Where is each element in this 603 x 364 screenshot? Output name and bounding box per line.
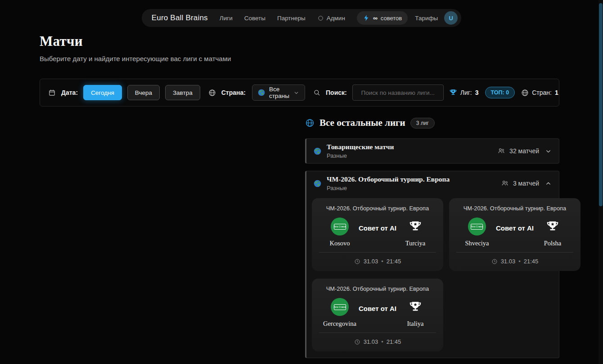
logo-text: Лига Ставок <box>333 306 346 308</box>
dot-separator: • <box>518 258 521 265</box>
league-accordion-toggle[interactable]: Товарищеские матчи Разные 32 матчей <box>306 139 559 163</box>
trophy-icon <box>409 218 422 235</box>
clock-icon <box>354 258 360 265</box>
trophy-icon <box>449 89 457 97</box>
nav-item-tips[interactable]: Советы <box>244 15 266 22</box>
earth-icon <box>314 147 321 155</box>
trophy-icon <box>409 298 422 316</box>
leagues-stat: Лиг: 3 <box>449 89 479 97</box>
date-filter-label: Дата: <box>61 89 78 96</box>
country-filter-label: Страна: <box>221 89 246 96</box>
earth-icon <box>314 180 321 187</box>
liga-stavok-badge-icon: Лига Ставок <box>331 218 349 235</box>
nav-item-leagues[interactable]: Лиги <box>220 15 233 22</box>
away-team-name: Polsha <box>544 240 562 247</box>
infinity-symbol: ∞ <box>373 14 378 22</box>
away-team: Italiya <box>396 298 434 328</box>
filter-stats: Лиг: 3 ТОП: 0 Стран: 1 <box>449 87 558 98</box>
away-team: Polsha <box>534 218 572 247</box>
match-count: 32 матчей <box>509 147 539 155</box>
home-team: Лига Ставок Shveciya <box>458 218 496 247</box>
scrollbar-thumb[interactable] <box>599 3 603 206</box>
league-subtitle: Разные <box>327 185 495 191</box>
home-team-name: Kosovo <box>329 240 350 247</box>
away-team-name: Italiya <box>407 320 423 328</box>
match-cards-grid: ЧМ-2026. Отборочный турнир. Европа Лига … <box>306 195 559 358</box>
liga-stavok-badge-icon: Лига Ставок <box>331 298 349 316</box>
dot-separator: • <box>381 338 383 345</box>
people-icon <box>501 179 509 187</box>
match-date: 31.03 <box>364 338 378 345</box>
chevron-down-icon[interactable] <box>545 148 552 155</box>
search-input[interactable] <box>352 84 444 101</box>
search-filter-label: Поиск: <box>326 89 347 96</box>
ai-advice-button[interactable]: Совет от AI <box>496 224 534 232</box>
country-select[interactable]: Все страны <box>252 84 305 101</box>
search-icon <box>313 89 320 96</box>
leagues-stat-value: 3 <box>475 89 479 96</box>
date-button-tomorrow[interactable]: Завтра <box>165 85 200 100</box>
chevron-down-icon <box>293 90 299 96</box>
match-time: 21:45 <box>387 258 401 265</box>
chevron-up-icon[interactable] <box>545 180 552 187</box>
home-team: Лига Ставок Kosovo <box>321 218 359 247</box>
card-tournament-title: ЧМ-2026. Отборочный турнир. Европа <box>456 205 573 212</box>
match-card-shveciya-polsha[interactable]: ЧМ-2026. Отборочный турнир. Европа Лига … <box>449 198 580 271</box>
globe-icon <box>208 89 216 97</box>
ai-advice-button[interactable]: Совет от AI <box>359 305 396 312</box>
calendar-icon <box>48 89 56 97</box>
league-accordion-toggle[interactable]: ЧМ-2026. Отборочный турнир. Европа Разны… <box>306 171 559 195</box>
scrollbar-track[interactable] <box>598 0 603 364</box>
date-button-today[interactable]: Сегодня <box>83 85 122 100</box>
other-leagues-section: Все остальные лиги 3 лиг Товарищеские ма… <box>305 117 559 364</box>
tips-pill-label: советов <box>381 15 402 22</box>
leagues-stat-label: Лиг: <box>460 89 472 96</box>
clock-icon <box>491 258 498 265</box>
match-card-kosovo-turciya[interactable]: ЧМ-2026. Отборочный турнир. Европа Лига … <box>312 198 443 271</box>
match-datetime: 31.03 • 21:45 <box>319 253 436 271</box>
user-avatar[interactable]: U <box>444 11 458 25</box>
countries-stat-value: 1 <box>555 89 558 96</box>
league-item-wc2026-europe: ЧМ-2026. Отборочный турнир. Европа Разны… <box>305 171 559 358</box>
page-subtitle: Выберите дату и найдите интересующие вас… <box>40 55 559 62</box>
match-datetime: 31.03 • 21:45 <box>456 253 573 271</box>
match-time: 21:45 <box>387 338 401 345</box>
ai-advice-button[interactable]: Совет от AI <box>359 224 396 232</box>
match-count: 3 матчей <box>513 180 539 187</box>
tips-counter-pill[interactable]: ∞ советов <box>357 11 408 25</box>
globe-icon <box>521 89 529 97</box>
card-tournament-title: ЧМ-2026. Отборочный турнир. Европа <box>319 285 436 292</box>
trophy-icon <box>546 218 559 235</box>
nav-item-admin-label: Админ <box>327 15 345 22</box>
top-nav: Euro Ball Brains Лиги Советы Партнеры Ад… <box>142 9 462 27</box>
lightning-icon <box>363 14 370 22</box>
section-header: Все остальные лиги 3 лиг <box>305 117 559 129</box>
home-team-name: Shveciya <box>465 240 489 247</box>
section-count-badge: 3 лиг <box>410 118 435 129</box>
countries-stat-label: Стран: <box>532 89 552 96</box>
match-card-gercegovina-italiya[interactable]: ЧМ-2026. Отборочный турнир. Европа Лига … <box>312 279 443 351</box>
countries-stat: Стран: 1 <box>521 89 558 97</box>
match-date: 31.03 <box>501 258 516 265</box>
league-item-friendly: Товарищеские матчи Разные 32 матчей <box>305 138 559 164</box>
top-filter-badge[interactable]: ТОП: 0 <box>485 87 515 98</box>
away-team-name: Turciya <box>405 240 426 247</box>
people-icon <box>497 147 505 155</box>
liga-stavok-badge-icon: Лига Ставок <box>468 218 486 235</box>
date-button-yesterday[interactable]: Вчера <box>127 85 160 100</box>
league-title: Товарищеские матчи <box>327 143 492 151</box>
brand-logo[interactable]: Euro Ball Brains <box>152 13 208 22</box>
nav-item-partners[interactable]: Партнеры <box>277 15 306 22</box>
page-title: Матчи <box>40 33 559 49</box>
earth-flag-icon <box>258 89 265 96</box>
home-team: Лига Ставок Gercegovina <box>321 298 359 328</box>
nav-item-tariffs[interactable]: Тарифы <box>415 15 438 22</box>
globe-icon <box>305 118 315 128</box>
clock-icon <box>354 339 360 345</box>
league-subtitle: Разные <box>327 152 492 159</box>
nav-item-admin[interactable]: Админ <box>317 15 345 22</box>
home-team-name: Gercegovina <box>323 320 356 328</box>
country-select-value: Все страны <box>269 86 289 99</box>
filter-bar: Дата: Сегодня Вчера Завтра Страна: Все с… <box>40 79 559 107</box>
admin-circle-icon <box>317 15 324 22</box>
